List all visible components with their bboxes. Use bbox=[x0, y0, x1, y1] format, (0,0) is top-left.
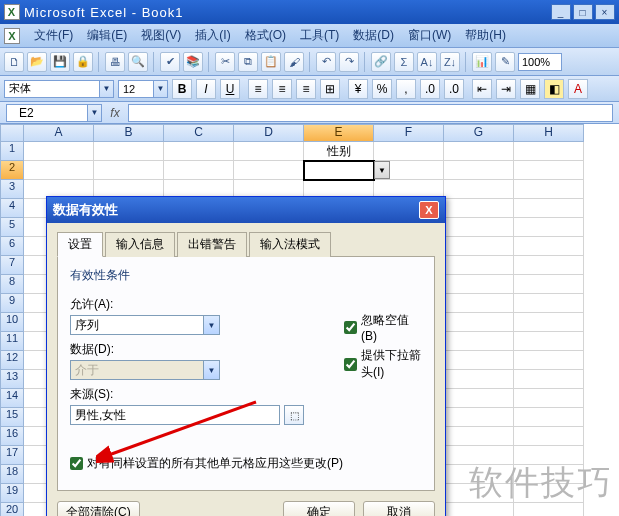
column-header-H[interactable]: H bbox=[514, 124, 584, 142]
cell-F1[interactable] bbox=[374, 142, 444, 161]
column-header-C[interactable]: C bbox=[164, 124, 234, 142]
formula-input[interactable] bbox=[128, 104, 613, 122]
ok-button[interactable]: 确定 bbox=[283, 501, 355, 516]
tab-ime-mode[interactable]: 输入法模式 bbox=[249, 232, 331, 257]
percent-icon[interactable]: % bbox=[372, 79, 392, 99]
cell-C2[interactable] bbox=[164, 161, 234, 180]
copy-icon[interactable]: ⧉ bbox=[238, 52, 258, 72]
increase-indent-icon[interactable]: ⇥ bbox=[496, 79, 516, 99]
cell-H15[interactable] bbox=[514, 408, 584, 427]
row-header-16[interactable]: 16 bbox=[0, 427, 24, 446]
research-icon[interactable]: 📚 bbox=[183, 52, 203, 72]
cell-G6[interactable] bbox=[444, 237, 514, 256]
drawing-icon[interactable]: ✎ bbox=[495, 52, 515, 72]
source-input[interactable]: 男性,女性 bbox=[70, 405, 280, 425]
align-right-icon[interactable]: ≡ bbox=[296, 79, 316, 99]
row-header-18[interactable]: 18 bbox=[0, 465, 24, 484]
cell-B1[interactable] bbox=[94, 142, 164, 161]
currency-icon[interactable]: ¥ bbox=[348, 79, 368, 99]
cell-G7[interactable] bbox=[444, 256, 514, 275]
cell-dropdown-icon[interactable]: ▼ bbox=[374, 161, 390, 179]
row-header-14[interactable]: 14 bbox=[0, 389, 24, 408]
row-header-12[interactable]: 12 bbox=[0, 351, 24, 370]
tab-error-alert[interactable]: 出错警告 bbox=[177, 232, 247, 257]
column-header-D[interactable]: D bbox=[234, 124, 304, 142]
decrease-decimal-icon[interactable]: .0 bbox=[444, 79, 464, 99]
dialog-close-button[interactable]: X bbox=[419, 201, 439, 219]
cell-G4[interactable] bbox=[444, 199, 514, 218]
close-button[interactable]: × bbox=[595, 4, 615, 20]
cell-H16[interactable] bbox=[514, 427, 584, 446]
zoom-combo[interactable]: 100% bbox=[518, 53, 562, 71]
redo-icon[interactable]: ↷ bbox=[339, 52, 359, 72]
row-header-2[interactable]: 2 bbox=[0, 161, 24, 180]
bold-button[interactable]: B bbox=[172, 79, 192, 99]
cell-G16[interactable] bbox=[444, 427, 514, 446]
row-header-4[interactable]: 4 bbox=[0, 199, 24, 218]
spellcheck-icon[interactable]: ✔ bbox=[160, 52, 180, 72]
cell-H10[interactable] bbox=[514, 313, 584, 332]
fx-icon[interactable]: fx bbox=[106, 104, 124, 122]
cell-H12[interactable] bbox=[514, 351, 584, 370]
cell-D2[interactable] bbox=[234, 161, 304, 180]
cell-H11[interactable] bbox=[514, 332, 584, 351]
format-painter-icon[interactable]: 🖌 bbox=[284, 52, 304, 72]
in-cell-dropdown-input[interactable] bbox=[344, 358, 357, 371]
row-header-19[interactable]: 19 bbox=[0, 484, 24, 503]
fontsize-combo[interactable]: 12▼ bbox=[118, 80, 168, 98]
fill-color-icon[interactable]: ◧ bbox=[544, 79, 564, 99]
apply-changes-input[interactable] bbox=[70, 457, 83, 470]
row-header-13[interactable]: 13 bbox=[0, 370, 24, 389]
permission-icon[interactable]: 🔒 bbox=[73, 52, 93, 72]
cut-icon[interactable]: ✂ bbox=[215, 52, 235, 72]
cell-D1[interactable] bbox=[234, 142, 304, 161]
sort-desc-icon[interactable]: Z↓ bbox=[440, 52, 460, 72]
cell-C1[interactable] bbox=[164, 142, 234, 161]
cell-E1[interactable]: 性别 bbox=[304, 142, 374, 161]
menu-format[interactable]: 格式(O) bbox=[245, 27, 286, 44]
cell-H2[interactable] bbox=[514, 161, 584, 180]
cell-G9[interactable] bbox=[444, 294, 514, 313]
dialog-titlebar[interactable]: 数据有效性 X bbox=[47, 197, 445, 223]
menu-help[interactable]: 帮助(H) bbox=[465, 27, 506, 44]
menu-view[interactable]: 视图(V) bbox=[141, 27, 181, 44]
cell-G12[interactable] bbox=[444, 351, 514, 370]
cell-G11[interactable] bbox=[444, 332, 514, 351]
cell-G13[interactable] bbox=[444, 370, 514, 389]
print-preview-icon[interactable]: 🔍 bbox=[128, 52, 148, 72]
row-header-20[interactable]: 20 bbox=[0, 503, 24, 516]
cell-G15[interactable] bbox=[444, 408, 514, 427]
column-header-E[interactable]: E bbox=[304, 124, 374, 142]
row-header-17[interactable]: 17 bbox=[0, 446, 24, 465]
menu-file[interactable]: 文件(F) bbox=[34, 27, 73, 44]
row-header-1[interactable]: 1 bbox=[0, 142, 24, 161]
tab-input-message[interactable]: 输入信息 bbox=[105, 232, 175, 257]
menu-insert[interactable]: 插入(I) bbox=[195, 27, 230, 44]
borders-icon[interactable]: ▦ bbox=[520, 79, 540, 99]
cell-G10[interactable] bbox=[444, 313, 514, 332]
cancel-button[interactable]: 取消 bbox=[363, 501, 435, 516]
cell-G8[interactable] bbox=[444, 275, 514, 294]
ignore-blank-checkbox[interactable]: 忽略空值(B) bbox=[344, 312, 422, 343]
column-header-B[interactable]: B bbox=[94, 124, 164, 142]
row-header-11[interactable]: 11 bbox=[0, 332, 24, 351]
row-header-7[interactable]: 7 bbox=[0, 256, 24, 275]
cell-H4[interactable] bbox=[514, 199, 584, 218]
maximize-button[interactable]: □ bbox=[573, 4, 593, 20]
new-icon[interactable]: 🗋 bbox=[4, 52, 24, 72]
row-header-9[interactable]: 9 bbox=[0, 294, 24, 313]
save-icon[interactable]: 💾 bbox=[50, 52, 70, 72]
menu-tools[interactable]: 工具(T) bbox=[300, 27, 339, 44]
chart-icon[interactable]: 📊 bbox=[472, 52, 492, 72]
column-header-A[interactable]: A bbox=[24, 124, 94, 142]
row-header-6[interactable]: 6 bbox=[0, 237, 24, 256]
cell-B2[interactable] bbox=[94, 161, 164, 180]
cell-G1[interactable] bbox=[444, 142, 514, 161]
hyperlink-icon[interactable]: 🔗 bbox=[371, 52, 391, 72]
row-header-8[interactable]: 8 bbox=[0, 275, 24, 294]
clear-all-button[interactable]: 全部清除(C) bbox=[57, 501, 140, 516]
cell-G14[interactable] bbox=[444, 389, 514, 408]
cell-H13[interactable] bbox=[514, 370, 584, 389]
underline-button[interactable]: U bbox=[220, 79, 240, 99]
cell-H1[interactable] bbox=[514, 142, 584, 161]
